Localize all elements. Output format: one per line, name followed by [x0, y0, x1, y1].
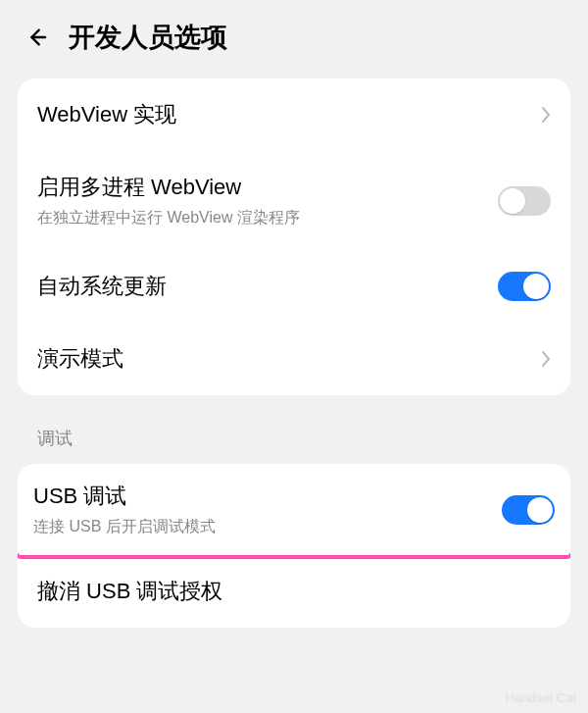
toggle-knob — [500, 188, 525, 214]
row-title: USB 调试 — [33, 482, 216, 511]
row-title: 撤消 USB 调试授权 — [37, 577, 222, 606]
row-usb-debug[interactable]: USB 调试 连接 USB 后开启调试模式 — [18, 464, 570, 555]
back-icon[interactable] — [24, 25, 49, 50]
toggle-knob — [527, 497, 553, 523]
row-title: 启用多进程 WebView — [37, 173, 300, 202]
chevron-right-icon — [541, 106, 551, 124]
toggle-auto-system-update[interactable] — [498, 272, 551, 301]
row-demo-mode[interactable]: 演示模式 — [18, 323, 570, 395]
chevron-right-icon — [541, 350, 551, 368]
settings-group-2: USB 调试 连接 USB 后开启调试模式 撤消 USB 调试授权 — [18, 464, 570, 628]
row-webview-impl[interactable]: WebView 实现 — [18, 78, 570, 151]
toggle-knob — [523, 274, 549, 299]
toggle-multi-process-webview[interactable] — [498, 186, 551, 216]
row-auto-system-update[interactable]: 自动系统更新 — [18, 250, 570, 323]
highlight-usb-debug: USB 调试 连接 USB 后开启调试模式 — [18, 464, 570, 559]
settings-group-1: WebView 实现 启用多进程 WebView 在独立进程中运行 WebVie… — [18, 78, 570, 395]
toggle-usb-debug[interactable] — [502, 495, 555, 525]
row-title: 演示模式 — [37, 344, 123, 374]
row-multi-process-webview[interactable]: 启用多进程 WebView 在独立进程中运行 WebView 渲染程序 — [18, 151, 570, 250]
row-subtitle: 在独立进程中运行 WebView 渲染程序 — [37, 208, 300, 229]
row-subtitle: 连接 USB 后开启调试模式 — [33, 517, 216, 537]
row-title: 自动系统更新 — [37, 272, 167, 301]
section-header-debug: 调试 — [0, 395, 588, 464]
page-title: 开发人员选项 — [69, 20, 227, 55]
row-revoke-usb-auth[interactable]: 撤消 USB 调试授权 — [18, 555, 570, 628]
row-title: WebView 实现 — [37, 100, 176, 129]
watermark: Handset Cat — [506, 690, 576, 705]
